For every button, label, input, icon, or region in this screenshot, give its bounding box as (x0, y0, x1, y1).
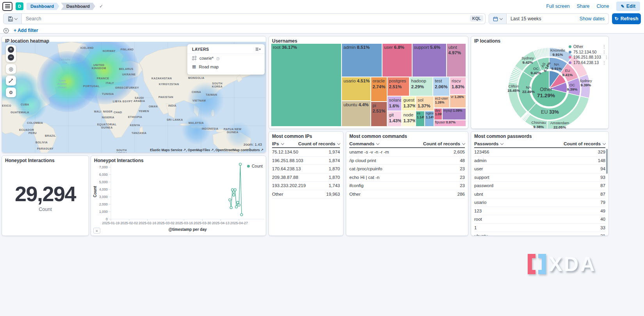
chart-legend[interactable]: Count (247, 164, 263, 168)
filter-icon[interactable] (3, 27, 10, 34)
sunburst-slice[interactable] (549, 48, 549, 57)
data-point[interactable] (237, 201, 239, 204)
legend-menu-icon[interactable]: ⋮ (601, 61, 606, 65)
treemap-cell-root[interactable]: root 36.17% (271, 43, 342, 127)
treemap-cell-sol[interactable]: sol 1.37% (416, 96, 434, 111)
treemap-cell-guest[interactable]: guest 1.37% (402, 96, 416, 111)
layer-item-cowrie[interactable]: cowrie* ◷ (187, 54, 265, 62)
app-logo[interactable]: D (16, 2, 23, 10)
panel-title: IP locations (474, 38, 500, 44)
layer-item-roadmap[interactable]: ▦ Road map (187, 62, 265, 71)
map-place-label: TUNISIA (102, 93, 114, 96)
data-point[interactable] (235, 206, 238, 208)
x-axis-title: @timestamp per day (111, 227, 264, 232)
treemap-cell-dev[interactable]: dev 1.09% (434, 108, 443, 120)
hamburger-menu-button[interactable] (2, 2, 12, 11)
collapse-layers-icon[interactable] (255, 47, 261, 51)
legend-menu-icon[interactable]: ⋮ (601, 45, 606, 49)
world-map[interactable]: ICELANDNORWAYFINLANDRUSSIALabrador SeaUN… (2, 42, 266, 153)
column-header-count[interactable]: Count of records (298, 141, 340, 146)
header-bar: D Dashboard Dashboard ✓ Full screen Shar… (0, 0, 644, 12)
legend-menu-icon[interactable]: ⋮ (603, 55, 608, 59)
full-screen-link[interactable]: Full screen (546, 4, 569, 9)
treemap-cell-git[interactable]: git 1.43% (387, 111, 402, 127)
refresh-button[interactable]: ↻Refresh (612, 13, 641, 24)
column-header-ips[interactable]: IPs (272, 141, 284, 146)
map-attribution[interactable]: Elastic Maps Service ↗, OpenMapTiles ↗, … (150, 148, 263, 152)
legend-item[interactable]: 170.64.238.13⋮ (569, 60, 606, 66)
data-point[interactable] (234, 189, 236, 191)
zoom-out-button[interactable]: − (8, 54, 14, 61)
legend-item[interactable]: Other⋮ (569, 44, 606, 50)
map-place-label: LIBYA (113, 100, 121, 103)
treemap-cell-mysql[interactable]: mysql 1.09% (442, 108, 466, 120)
map-settings-button[interactable]: ⚙ (6, 87, 16, 97)
treemap-cell-ubnt[interactable]: ubnt 4.97% (447, 43, 466, 77)
legend-toggle-button[interactable]: ≡ (93, 228, 100, 234)
data-point[interactable] (231, 189, 234, 191)
breadcrumb-dashboard[interactable]: Dashboard (27, 3, 59, 10)
cell-value: 33 (600, 225, 605, 230)
saved-query-menu-button[interactable] (3, 13, 22, 24)
kql-badge[interactable]: KQL (470, 15, 483, 21)
data-point[interactable] (239, 163, 242, 165)
edit-button[interactable]: ✎Edit (616, 2, 640, 11)
date-picker-button[interactable] (489, 13, 507, 24)
map-place-label: BELARUS (119, 68, 133, 71)
show-dates-link[interactable]: Show dates (580, 16, 608, 21)
treemap-cell-support[interactable]: support 5.6% (412, 43, 447, 77)
map-place-label: OMAN (149, 105, 158, 108)
data-point[interactable] (233, 194, 235, 196)
map-place-label: MONGOLIA (188, 77, 205, 80)
legend-menu-icon[interactable]: ⋮ (601, 50, 606, 54)
data-point[interactable] (240, 214, 243, 216)
treemap-cell-ec2-user[interactable]: ec2-user 1.26% (434, 96, 450, 108)
column-header-count[interactable]: Count of records (423, 141, 465, 146)
set-view-button[interactable]: ◎ (6, 64, 16, 74)
column-header-passwords[interactable]: Passwords (474, 141, 503, 146)
scrollbar-thumb[interactable] (606, 149, 608, 174)
tick-label: 2025-02-16 (139, 221, 156, 225)
column-header-commands[interactable]: Commands (349, 141, 379, 146)
breadcrumb-current[interactable]: Dashboard (61, 3, 95, 10)
treemap-cell-usario[interactable]: usario 4.51% (342, 77, 371, 100)
treemap-cell-vr[interactable]: vr 1.26% (450, 95, 466, 108)
clone-link[interactable]: Clone (596, 4, 609, 9)
treemap-cell-user[interactable]: user 6.8% (382, 43, 412, 77)
measure-tool-button[interactable] (6, 76, 16, 86)
column-header-count[interactable]: Count of records (564, 141, 605, 146)
treemap-cell-hadoop[interactable]: hadoop 2.29% (409, 77, 433, 96)
search-input[interactable] (22, 13, 486, 24)
treemap-cell-ftpuser[interactable]: ftpuser 0.97% (434, 120, 466, 127)
treemap-cell-admin[interactable]: admin 8.51% (342, 43, 382, 77)
time-range-value[interactable]: Last 15 weeks (507, 16, 541, 21)
cell-key: usario (474, 200, 486, 205)
data-point[interactable] (238, 204, 240, 206)
cell-key: 196.251.88.103 (272, 158, 303, 163)
treemap-cell-riscv[interactable]: riscv 1.83% (450, 77, 466, 95)
treemap-cell-pi[interactable]: pi 2.51% (371, 102, 387, 127)
sunburst-slice[interactable] (547, 48, 548, 57)
share-link[interactable]: Share (577, 4, 590, 9)
table-row: 75.12.134.501,974 (272, 148, 340, 157)
legend-item[interactable]: 75.12.134.50⋮ (569, 50, 606, 55)
zoom-in-button[interactable]: + (8, 46, 14, 53)
treemap-cell-postgres[interactable]: postgres 2.51% (387, 77, 409, 96)
xda-bracket-left-icon (528, 254, 535, 274)
treemap-cell-test[interactable]: test 2.06% (433, 77, 450, 96)
data-point[interactable] (229, 199, 231, 201)
cell-value: 87 (600, 192, 605, 196)
legend-item[interactable]: 196.251.88.103⋮ (569, 55, 606, 60)
treemap-cell-solana[interactable]: solana 1.6% (387, 96, 402, 111)
treemap-cell-nginx[interactable]: nginx 1.14% (425, 111, 434, 127)
treemap-cell-es[interactable]: es 1.14% (416, 111, 425, 127)
treemap-cell-node[interactable]: node 1.37% (402, 111, 416, 127)
treemap-cell-oracle[interactable]: oracle 2.74% (371, 77, 387, 101)
saved-check-icon: ✓ (99, 4, 103, 9)
treemap-cell-ubuntu[interactable]: ubuntu 4.4% (342, 101, 371, 127)
map-zoom-level: zoom: 1.43 (244, 142, 262, 146)
refresh-label: Refresh (621, 16, 639, 21)
data-point[interactable] (230, 207, 232, 209)
cell-key: 209.38.87.88 (272, 175, 298, 180)
add-filter-link[interactable]: + Add filter (14, 28, 38, 33)
